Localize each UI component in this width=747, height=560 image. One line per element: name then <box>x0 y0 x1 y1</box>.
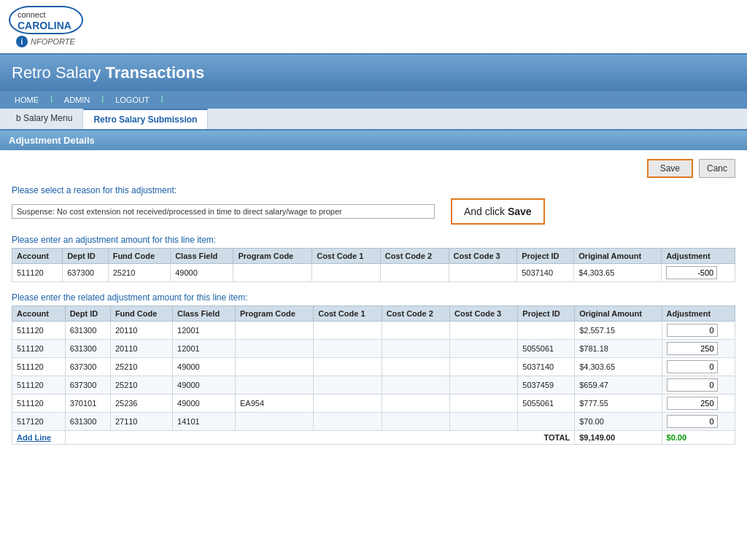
col2-cc2: Cost Code 2 <box>382 306 449 322</box>
main-content: Adjustment Details Save Canc Please sele… <box>0 131 747 454</box>
col2-dept-id: Dept ID <box>65 306 110 322</box>
save-button[interactable]: Save <box>647 159 693 178</box>
col2-original-amount: Original Amount <box>575 306 662 322</box>
col-fund-code: Fund Code <box>108 249 170 264</box>
col2-program-code: Program Code <box>235 306 313 322</box>
info-icon: i <box>16 36 28 47</box>
col-cc3: Cost Code 3 <box>449 249 517 264</box>
col2-cc1: Cost Code 1 <box>314 306 382 322</box>
total-original: $9,149.00 <box>575 431 662 445</box>
top-header: connect CAROLINA i NFOPORTE <box>0 0 747 55</box>
col-adjustment: Adjustment <box>662 249 735 264</box>
reason-label: Please select a reason for this adjustme… <box>12 185 735 195</box>
col-program-code: Program Code <box>233 249 312 264</box>
logo-connect: connect CAROLINA <box>9 6 83 34</box>
adjustment-input[interactable] <box>667 397 718 410</box>
col-original-amount: Original Amount <box>574 249 662 264</box>
tab-retro-salary[interactable]: Retro Salary Submission <box>83 109 208 129</box>
col-class-field: Class Field <box>171 249 233 264</box>
col2-fund-code: Fund Code <box>110 306 172 322</box>
table-row: 511120 631300 20110 12001 $2,557.15 <box>12 322 735 340</box>
table-row: 511120 637300 25210 49000 5037140 $4,303… <box>12 264 735 282</box>
col2-project-id: Project ID <box>518 306 575 322</box>
table-row: 511120 370101 25236 49000 EA954 5055061 … <box>12 394 735 413</box>
table-row: 511120 637300 25210 49000 5037459 $659.4… <box>12 376 735 394</box>
col2-class-field: Class Field <box>173 306 236 322</box>
line-item-table: Account Dept ID Fund Code Class Field Pr… <box>12 248 735 282</box>
adjustment-input[interactable] <box>667 360 718 373</box>
col-account: Account <box>12 249 63 264</box>
add-line-link[interactable]: Add Line <box>17 433 51 442</box>
nav-admin[interactable]: ADMIN <box>61 94 93 106</box>
nav-home[interactable]: HOME <box>12 94 42 106</box>
adjustment-input[interactable] <box>667 342 718 355</box>
total-row: Add Line TOTAL $9,149.00 $0.00 <box>12 431 735 445</box>
adjustment-input[interactable] <box>667 378 718 392</box>
adjustment-input[interactable] <box>666 266 717 279</box>
callout-box: And click Save <box>451 198 545 225</box>
col2-account: Account <box>12 306 66 322</box>
col2-adjustment: Adjustment <box>662 306 735 322</box>
col-project-id: Project ID <box>517 249 574 264</box>
related-table: Account Dept ID Fund Code Class Field Pr… <box>12 306 735 445</box>
related-label: Please enter the related adjustment amou… <box>12 292 735 303</box>
infoporte-text: NFOPORTE <box>31 37 75 46</box>
adjustment-input[interactable] <box>667 415 718 428</box>
action-row: Save Canc <box>12 159 735 178</box>
table-row: 511120 631300 20110 12001 5055061 $781.1… <box>12 340 735 358</box>
table-row: 517120 631300 27110 14101 $70.00 <box>12 413 735 431</box>
page-title: Retro Salary Transactions <box>12 63 735 82</box>
section-header: Adjustment Details <box>0 131 747 150</box>
total-label: TOTAL <box>65 431 575 445</box>
tab-salary-menu[interactable]: b Salary Menu <box>6 109 83 129</box>
callout-wrapper: And click Save <box>12 198 735 225</box>
section-body: Save Canc Please select a reason for thi… <box>0 150 747 454</box>
col2-cc3: Cost Code 3 <box>450 306 518 322</box>
cancel-button[interactable]: Canc <box>699 159 735 178</box>
table-row: 511120 637300 25210 49000 5037140 $4,303… <box>12 358 735 376</box>
logo-carolina-text: CAROLINA <box>18 20 71 31</box>
reason-section: Please select a reason for this adjustme… <box>12 185 735 225</box>
nav-logout[interactable]: LOGOUT <box>112 94 152 106</box>
logo-infoporte: i NFOPORTE <box>16 36 75 47</box>
page-title-bar: Retro Salary Transactions <box>0 55 747 91</box>
line-item-label: Please enter an adjustment amount for th… <box>12 235 735 245</box>
total-adjustment: $0.00 <box>662 431 735 445</box>
col-dept-id: Dept ID <box>63 249 109 264</box>
adjustment-input[interactable] <box>667 324 718 337</box>
col-cc1: Cost Code 1 <box>312 249 381 264</box>
logo-connect-text: connect <box>18 10 46 19</box>
logo-area: connect CAROLINA i NFOPORTE <box>9 6 83 47</box>
reason-input[interactable] <box>12 204 435 219</box>
nav-bar: HOME | ADMIN | LOGOUT | <box>0 91 747 109</box>
tabs-row: b Salary Menu Retro Salary Submission <box>0 109 747 131</box>
col-cc2: Cost Code 2 <box>380 249 449 264</box>
